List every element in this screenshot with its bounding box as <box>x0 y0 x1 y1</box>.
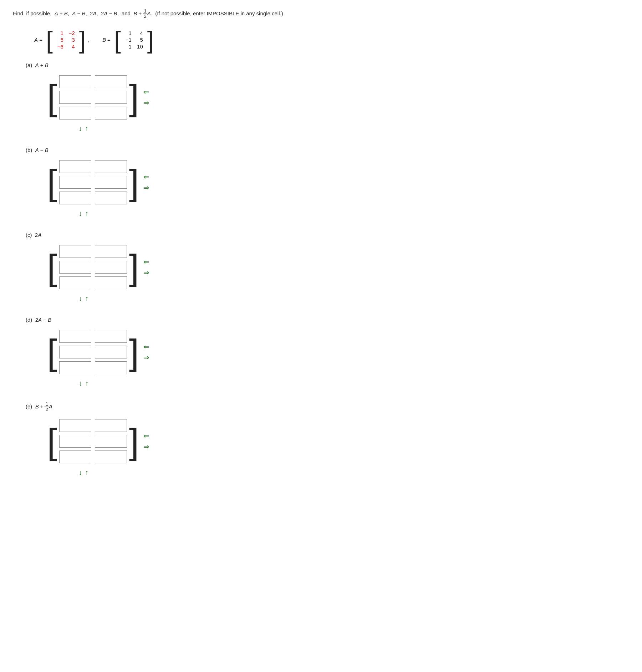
arrow-right-icon: ⇒ <box>143 98 149 107</box>
part-c-r1c2[interactable] <box>95 245 127 258</box>
a-r2c2: 3 <box>68 37 75 43</box>
part-d-r1c1[interactable] <box>59 330 91 343</box>
part-d-r3c2[interactable] <box>95 361 127 374</box>
b-r1c2: 4 <box>137 30 143 36</box>
bracket-left-b: [ <box>114 28 121 52</box>
b-r3c1: 1 <box>125 44 132 50</box>
part-a-arrow-up[interactable]: ↑ <box>85 124 88 133</box>
part-c-r3c1[interactable] <box>59 276 91 289</box>
part-c-grid <box>58 242 128 292</box>
part-a-arrow-right[interactable]: ⇒ <box>143 98 149 107</box>
arrow-right-icon: ⇒ <box>143 183 149 192</box>
matrix-b-grid: 1 4 −1 5 1 10 <box>122 29 146 51</box>
part-a-grid <box>58 72 128 122</box>
part-d-arrow-right[interactable]: ⇒ <box>143 353 149 362</box>
arrow-left-icon: ⇐ <box>143 432 149 440</box>
part-b-vertical-arrows: ↓ ↑ <box>78 209 629 218</box>
bracket-right-c-ans: ] <box>129 249 139 285</box>
part-a-r3c1[interactable] <box>59 107 91 119</box>
part-e-section: (e) B + 12A [ ] ⇐ ⇒ ↓ ↑ <box>26 402 629 477</box>
part-d-arrow-left[interactable]: ⇐ <box>143 342 149 351</box>
part-e-r2c2[interactable] <box>95 435 127 448</box>
part-b-arrow-down[interactable]: ↓ <box>78 209 82 218</box>
part-b-r1c1[interactable] <box>59 160 91 173</box>
part-e-r3c2[interactable] <box>95 450 127 463</box>
part-a-vertical-arrows: ↓ ↑ <box>78 124 629 133</box>
part-b-arrow-left[interactable]: ⇐ <box>143 173 149 181</box>
part-d-r1c2[interactable] <box>95 330 127 343</box>
matrix-a-label: A = <box>34 37 42 43</box>
part-c-r3c2[interactable] <box>95 276 127 289</box>
part-b-section: (b) A − B [ ] ⇐ ⇒ ↓ ↑ <box>26 147 629 218</box>
b-r1c1: 1 <box>125 30 132 36</box>
part-c-arrow-up[interactable]: ↑ <box>85 294 88 302</box>
part-d-r2c2[interactable] <box>95 346 127 358</box>
part-e-r2c1[interactable] <box>59 435 91 448</box>
matrix-a-grid: 1 −2 5 3 −6 4 <box>54 29 78 51</box>
arrow-right-icon: ⇒ <box>143 268 149 277</box>
part-d-arrow-down[interactable]: ↓ <box>78 379 82 387</box>
part-b-arrow-up[interactable]: ↑ <box>85 209 88 218</box>
bracket-right-b: ] <box>147 28 154 52</box>
part-e-arrow-right[interactable]: ⇒ <box>143 442 149 451</box>
bracket-right-a: ] <box>79 28 86 52</box>
part-b-arrow-right[interactable]: ⇒ <box>143 183 149 192</box>
part-b-r2c1[interactable] <box>59 176 91 189</box>
b-r2c2: 5 <box>137 37 143 43</box>
part-e-r1c1[interactable] <box>59 419 91 432</box>
part-a-r1c1[interactable] <box>59 75 91 88</box>
part-d-grid <box>58 327 128 377</box>
part-b-r3c2[interactable] <box>95 192 127 204</box>
part-d-r2c1[interactable] <box>59 346 91 358</box>
part-c-vertical-arrows: ↓ ↑ <box>78 294 629 302</box>
a-r1c1: 1 <box>57 30 63 36</box>
part-d-arrow-up[interactable]: ↑ <box>85 379 88 387</box>
a-r3c2: 4 <box>68 44 75 50</box>
part-d-label: (d) 2A − B <box>26 317 629 323</box>
part-d-r3c1[interactable] <box>59 361 91 374</box>
arrow-down-icon: ↓ <box>78 294 82 302</box>
matrix-b-wrapper: B = [ 1 4 −1 5 1 10 ] <box>102 28 154 52</box>
arrow-down-icon: ↓ <box>78 468 82 477</box>
part-c-arrow-right[interactable]: ⇒ <box>143 268 149 277</box>
part-a-r2c2[interactable] <box>95 91 127 104</box>
part-e-arrow-left[interactable]: ⇐ <box>143 432 149 440</box>
part-a-r2c1[interactable] <box>59 91 91 104</box>
arrow-left-icon: ⇐ <box>143 88 149 96</box>
part-e-arrow-down[interactable]: ↓ <box>78 468 82 477</box>
part-b-grid <box>58 157 128 207</box>
arrow-left-icon: ⇐ <box>143 342 149 351</box>
part-c-arrow-left[interactable]: ⇐ <box>143 258 149 266</box>
part-a-arrow-left[interactable]: ⇐ <box>143 88 149 96</box>
bracket-left-c-ans: [ <box>47 249 57 285</box>
part-a-arrow-down[interactable]: ↓ <box>78 124 82 133</box>
part-c-arrow-down[interactable]: ↓ <box>78 294 82 302</box>
arrow-right-icon: ⇒ <box>143 353 149 362</box>
part-a-r3c2[interactable] <box>95 107 127 119</box>
a-r1c2: −2 <box>68 30 75 36</box>
part-b-r1c2[interactable] <box>95 160 127 173</box>
part-c-r1c1[interactable] <box>59 245 91 258</box>
bracket-left-a: [ <box>46 28 53 52</box>
part-e-arrow-up[interactable]: ↑ <box>85 468 88 477</box>
part-e-r1c2[interactable] <box>95 419 127 432</box>
part-e-r3c1[interactable] <box>59 450 91 463</box>
part-e-label: (e) B + 12A <box>26 402 629 412</box>
b-r3c2: 10 <box>137 44 143 50</box>
part-a-section: (a) A + B [ ] ⇐ ⇒ ↓ ↑ <box>26 62 629 133</box>
bracket-left-b-ans: [ <box>47 164 57 200</box>
part-c-section: (c) 2A [ ] ⇐ ⇒ ↓ ↑ <box>26 232 629 302</box>
arrow-up-icon: ↑ <box>85 468 88 477</box>
part-e-vertical-arrows: ↓ ↑ <box>78 468 629 477</box>
part-d-section: (d) 2A − B [ ] ⇐ ⇒ ↓ ↑ <box>26 317 629 387</box>
part-a-r1c2[interactable] <box>95 75 127 88</box>
part-b-r3c1[interactable] <box>59 192 91 204</box>
part-c-arrows: ⇐ ⇒ <box>143 258 149 277</box>
part-c-r2c2[interactable] <box>95 261 127 274</box>
part-a-arrows: ⇐ ⇒ <box>143 88 149 107</box>
part-c-r2c1[interactable] <box>59 261 91 274</box>
part-b-r2c2[interactable] <box>95 176 127 189</box>
part-e-arrows: ⇐ ⇒ <box>143 432 149 451</box>
matrix-b-label: B = <box>102 37 111 43</box>
part-a-label: (a) A + B <box>26 62 629 68</box>
